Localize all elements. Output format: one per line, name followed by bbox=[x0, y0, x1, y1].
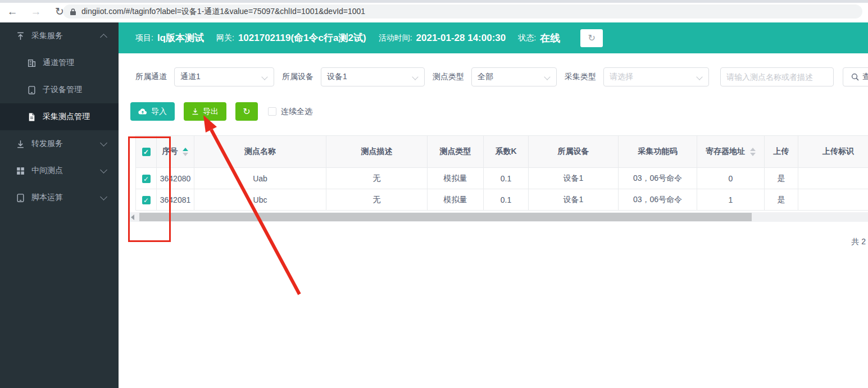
cell-register-addr: 1 bbox=[697, 189, 765, 211]
search-input[interactable] bbox=[720, 67, 834, 86]
header-checkbox-cell: ✓ bbox=[136, 136, 157, 168]
device-select[interactable]: 设备1 bbox=[321, 67, 425, 86]
points-table: ✓ 序号 测点名称 测点描述 测点类型 系数K 所属设备 采集功能码 寄存器地址 bbox=[135, 135, 868, 211]
active-time-value: 2021-01-28 14:00:30 bbox=[416, 33, 506, 44]
tablet-icon bbox=[27, 85, 37, 95]
refresh-icon: ↻ bbox=[243, 106, 250, 117]
column-point-type: 测点类型 bbox=[428, 136, 484, 168]
download-icon bbox=[16, 139, 25, 149]
cell-seq: 3642080 bbox=[157, 168, 194, 189]
back-icon[interactable]: ← bbox=[6, 6, 19, 18]
scroll-left-icon[interactable] bbox=[131, 214, 134, 220]
cell-upload-flag bbox=[798, 168, 868, 189]
status-badge: 在线 bbox=[540, 31, 560, 45]
sidebar-item-label: 中间测点 bbox=[31, 166, 63, 176]
channel-filter-label: 所属通道 bbox=[135, 72, 167, 82]
table-row: ✓ 3642080 Uab 无 模拟量 0.1 设备1 03，06号命令 0 是 bbox=[136, 168, 868, 189]
sidebar-item-middle-points[interactable]: 中间测点 bbox=[0, 157, 119, 184]
project-value: lq版本测试 bbox=[157, 31, 204, 44]
document-icon bbox=[27, 112, 37, 122]
device-filter-label: 所属设备 bbox=[282, 72, 313, 82]
cell-device: 设备1 bbox=[529, 189, 619, 211]
cell-device: 设备1 bbox=[529, 168, 619, 189]
channel-select[interactable]: 通道1 bbox=[174, 67, 274, 86]
active-time-label: 活动时间: bbox=[379, 33, 412, 43]
point-type-select[interactable]: 全部 bbox=[471, 67, 557, 86]
cell-upload: 是 bbox=[765, 189, 798, 211]
refresh-list-button[interactable]: ↻ bbox=[235, 102, 258, 121]
cell-func-code: 03，06号命令 bbox=[619, 168, 697, 189]
column-device: 所属设备 bbox=[529, 136, 619, 168]
sidebar-item-label: 脚本运算 bbox=[31, 193, 63, 203]
sidebar-item-label: 通道管理 bbox=[43, 58, 74, 68]
status-label: 状态: bbox=[518, 33, 536, 43]
sidebar-item-label: 采集测点管理 bbox=[43, 112, 90, 122]
header-checkbox[interactable]: ✓ bbox=[142, 148, 151, 156]
column-seq[interactable]: 序号 bbox=[157, 136, 194, 168]
column-point-name: 测点名称 bbox=[194, 136, 326, 168]
project-label: 项目: bbox=[135, 33, 153, 43]
collect-type-filter-label: 采集类型 bbox=[565, 72, 596, 82]
browser-chrome: ← → ↻ dingiiot.com/#/taginfo?label=设备1-通… bbox=[0, 0, 868, 22]
tablet-icon bbox=[16, 193, 25, 203]
cell-upload-flag bbox=[798, 189, 868, 211]
channel-select-value: 通道1 bbox=[180, 72, 201, 82]
search-button[interactable]: 查 bbox=[843, 67, 868, 86]
row-checkbox[interactable]: ✓ bbox=[142, 175, 151, 183]
chevron-down-icon bbox=[696, 74, 702, 80]
column-func-code: 采集功能码 bbox=[619, 136, 697, 168]
sidebar-item-collect-service[interactable]: 采集服务 bbox=[0, 22, 119, 49]
export-button[interactable]: 导出 bbox=[184, 102, 226, 121]
sidebar-item-label: 子设备管理 bbox=[43, 85, 82, 95]
table-row: ✓ 3642081 Ubc 无 模拟量 0.1 设备1 03，06号命令 1 是 bbox=[136, 189, 868, 211]
table-header-row: ✓ 序号 测点名称 测点描述 测点类型 系数K 所属设备 采集功能码 寄存器地址 bbox=[136, 136, 868, 168]
chevron-up-icon bbox=[100, 34, 107, 41]
continuous-select-all[interactable]: 连续全选 bbox=[268, 107, 312, 117]
cell-point-type: 模拟量 bbox=[428, 189, 484, 211]
export-button-label: 导出 bbox=[203, 107, 219, 117]
gateway-label: 网关: bbox=[216, 33, 234, 43]
horizontal-scrollbar[interactable] bbox=[129, 212, 868, 222]
search-icon bbox=[851, 73, 859, 81]
column-register-addr[interactable]: 寄存器地址 bbox=[697, 136, 765, 168]
device-select-value: 设备1 bbox=[327, 72, 347, 82]
total-count: 共 2 条 bbox=[119, 237, 868, 247]
sort-icon[interactable] bbox=[183, 148, 188, 156]
chevron-down-icon bbox=[100, 166, 107, 174]
browser-top-strip bbox=[0, 0, 868, 3]
import-button[interactable]: 导入 bbox=[130, 102, 175, 121]
sidebar-item-script-compute[interactable]: 脚本运算 bbox=[0, 184, 119, 211]
column-register-addr-label: 寄存器地址 bbox=[706, 147, 745, 156]
search-button-label: 查 bbox=[862, 72, 868, 82]
chevron-down-icon bbox=[100, 139, 107, 147]
sidebar-item-channel-management[interactable]: 通道管理 bbox=[0, 49, 119, 76]
cloud-upload-icon bbox=[138, 108, 147, 115]
url-text: dingiiot.com/#/taginfo?label=设备1-通道1&val… bbox=[81, 7, 365, 17]
gateway-value: 1021702119(命1令c行a测2试) bbox=[238, 31, 366, 44]
row-checkbox[interactable]: ✓ bbox=[142, 196, 151, 204]
sidebar-item-collect-point-management[interactable]: 采集测点管理 bbox=[0, 103, 119, 130]
upload-icon bbox=[16, 31, 25, 41]
sidebar-item-label: 转发服务 bbox=[31, 139, 63, 149]
forward-icon[interactable]: → bbox=[29, 6, 43, 18]
cell-coefficient: 0.1 bbox=[484, 189, 529, 211]
cell-coefficient: 0.1 bbox=[484, 168, 529, 189]
gateway-refresh-button[interactable]: ↻ bbox=[580, 29, 603, 47]
sidebar-item-forward-service[interactable]: 转发服务 bbox=[0, 130, 119, 157]
scrollbar-thumb[interactable] bbox=[139, 213, 752, 221]
select-all-checkbox[interactable] bbox=[268, 107, 276, 116]
cell-upload: 是 bbox=[765, 168, 798, 189]
sidebar-item-subdevice-management[interactable]: 子设备管理 bbox=[0, 76, 119, 103]
column-coefficient: 系数K bbox=[484, 136, 529, 168]
import-button-label: 导入 bbox=[151, 107, 167, 117]
point-type-select-value: 全部 bbox=[478, 72, 493, 82]
download-small-icon bbox=[192, 108, 199, 115]
address-bar[interactable]: dingiiot.com/#/taginfo?label=设备1-通道1&val… bbox=[63, 4, 862, 19]
cell-register-addr: 0 bbox=[697, 168, 765, 189]
collect-type-select[interactable]: 请选择 bbox=[603, 67, 709, 86]
cell-point-type: 模拟量 bbox=[428, 168, 484, 189]
sort-icon[interactable] bbox=[750, 148, 756, 156]
action-bar: 导入 导出 ↻ 连续全选 bbox=[119, 102, 868, 121]
main-content: 项目: lq版本测试 网关: 1021702119(命1令c行a测2试) 活动时… bbox=[119, 22, 868, 388]
cell-point-name: Ubc bbox=[194, 189, 326, 211]
